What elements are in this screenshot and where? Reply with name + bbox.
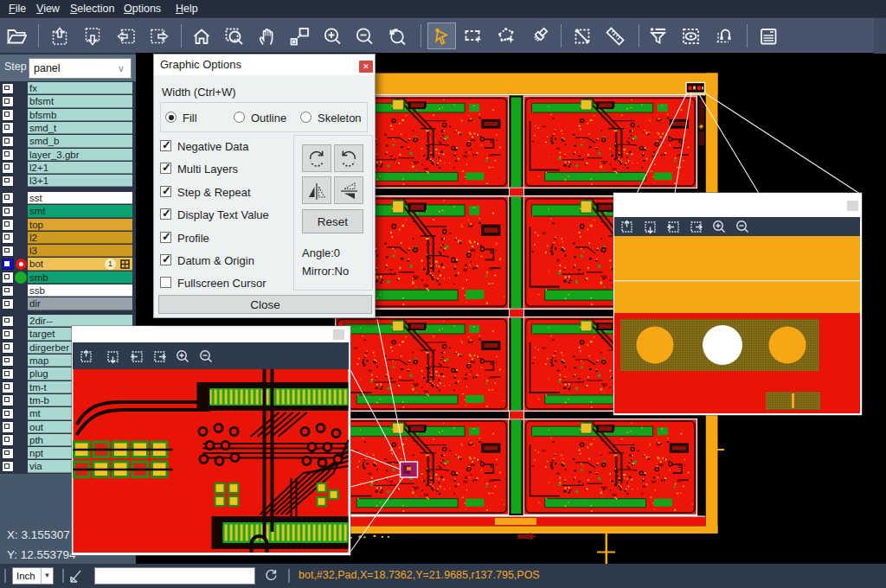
svg-text:✳: ✳ <box>711 438 718 446</box>
svg-text:✳: ✳ <box>697 123 704 131</box>
